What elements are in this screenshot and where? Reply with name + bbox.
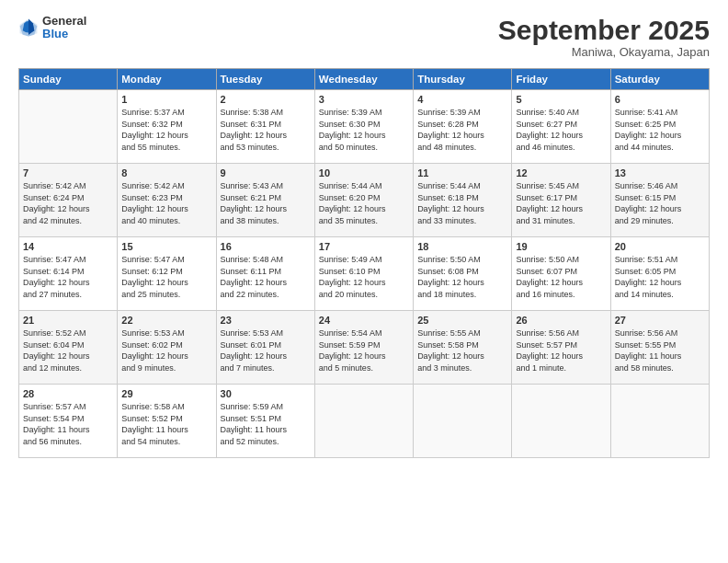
day-cell: 4Sunrise: 5:39 AM Sunset: 6:28 PM Daylig… <box>414 90 512 164</box>
day-info: Sunrise: 5:57 AM Sunset: 5:54 PM Dayligh… <box>23 401 113 447</box>
day-info: Sunrise: 5:38 AM Sunset: 6:31 PM Dayligh… <box>221 107 311 153</box>
day-number: 25 <box>417 315 507 326</box>
logo: General Blue <box>18 15 86 41</box>
day-number: 30 <box>221 388 311 399</box>
day-number: 14 <box>23 241 113 252</box>
day-cell: 20Sunrise: 5:51 AM Sunset: 6:05 PM Dayli… <box>610 237 709 311</box>
day-number: 16 <box>221 241 311 252</box>
day-info: Sunrise: 5:50 AM Sunset: 6:07 PM Dayligh… <box>516 254 606 300</box>
day-cell: 22Sunrise: 5:53 AM Sunset: 6:02 PM Dayli… <box>118 311 216 385</box>
day-cell: 1Sunrise: 5:37 AM Sunset: 6:32 PM Daylig… <box>118 90 216 164</box>
day-cell: 15Sunrise: 5:47 AM Sunset: 6:12 PM Dayli… <box>118 237 216 311</box>
day-info: Sunrise: 5:48 AM Sunset: 6:11 PM Dayligh… <box>221 254 311 300</box>
day-number: 5 <box>516 94 606 105</box>
day-number: 12 <box>516 167 606 178</box>
day-info: Sunrise: 5:46 AM Sunset: 6:15 PM Dayligh… <box>615 180 705 226</box>
day-cell: 6Sunrise: 5:41 AM Sunset: 6:25 PM Daylig… <box>610 90 709 164</box>
day-cell: 28Sunrise: 5:57 AM Sunset: 5:54 PM Dayli… <box>19 385 118 458</box>
day-info: Sunrise: 5:47 AM Sunset: 6:12 PM Dayligh… <box>121 254 211 300</box>
header-cell-saturday: Saturday <box>610 69 709 90</box>
week-row-5: 28Sunrise: 5:57 AM Sunset: 5:54 PM Dayli… <box>19 385 710 458</box>
week-row-1: 1Sunrise: 5:37 AM Sunset: 6:32 PM Daylig… <box>19 90 710 164</box>
day-cell: 19Sunrise: 5:50 AM Sunset: 6:07 PM Dayli… <box>512 237 610 311</box>
day-number: 28 <box>23 388 113 399</box>
day-info: Sunrise: 5:40 AM Sunset: 6:27 PM Dayligh… <box>516 107 606 153</box>
day-cell: 29Sunrise: 5:58 AM Sunset: 5:52 PM Dayli… <box>118 385 216 458</box>
week-row-4: 21Sunrise: 5:52 AM Sunset: 6:04 PM Dayli… <box>19 311 710 385</box>
day-info: Sunrise: 5:56 AM Sunset: 5:55 PM Dayligh… <box>615 327 705 373</box>
day-cell <box>314 385 413 458</box>
calendar-table: SundayMondayTuesdayWednesdayThursdayFrid… <box>18 68 710 458</box>
day-cell <box>414 385 512 458</box>
day-number: 19 <box>516 241 606 252</box>
logo-icon <box>18 17 39 38</box>
day-number: 6 <box>615 94 705 105</box>
day-number: 11 <box>417 167 507 178</box>
day-info: Sunrise: 5:43 AM Sunset: 6:21 PM Dayligh… <box>221 180 311 226</box>
day-info: Sunrise: 5:45 AM Sunset: 6:17 PM Dayligh… <box>516 180 606 226</box>
location: Maniwa, Okayama, Japan <box>498 45 710 59</box>
day-number: 27 <box>615 315 705 326</box>
day-info: Sunrise: 5:44 AM Sunset: 6:18 PM Dayligh… <box>417 180 507 226</box>
day-cell: 23Sunrise: 5:53 AM Sunset: 6:01 PM Dayli… <box>216 311 314 385</box>
day-info: Sunrise: 5:39 AM Sunset: 6:28 PM Dayligh… <box>417 107 507 153</box>
header-cell-friday: Friday <box>512 69 610 90</box>
day-cell <box>19 90 118 164</box>
day-cell: 18Sunrise: 5:50 AM Sunset: 6:08 PM Dayli… <box>414 237 512 311</box>
week-row-3: 14Sunrise: 5:47 AM Sunset: 6:14 PM Dayli… <box>19 237 710 311</box>
logo-general: General <box>42 15 86 28</box>
day-number: 8 <box>121 167 211 178</box>
day-info: Sunrise: 5:44 AM Sunset: 6:20 PM Dayligh… <box>319 180 409 226</box>
day-cell: 10Sunrise: 5:44 AM Sunset: 6:20 PM Dayli… <box>314 164 413 237</box>
day-cell: 27Sunrise: 5:56 AM Sunset: 5:55 PM Dayli… <box>610 311 709 385</box>
day-cell <box>610 385 709 458</box>
day-info: Sunrise: 5:58 AM Sunset: 5:52 PM Dayligh… <box>121 401 211 447</box>
day-info: Sunrise: 5:42 AM Sunset: 6:23 PM Dayligh… <box>121 180 211 226</box>
day-cell: 26Sunrise: 5:56 AM Sunset: 5:57 PM Dayli… <box>512 311 610 385</box>
day-number: 1 <box>121 94 211 105</box>
day-info: Sunrise: 5:42 AM Sunset: 6:24 PM Dayligh… <box>23 180 113 226</box>
day-cell: 21Sunrise: 5:52 AM Sunset: 6:04 PM Dayli… <box>19 311 118 385</box>
logo-blue: Blue <box>42 28 86 40</box>
day-number: 4 <box>417 94 507 105</box>
day-info: Sunrise: 5:37 AM Sunset: 6:32 PM Dayligh… <box>121 107 211 153</box>
week-row-2: 7Sunrise: 5:42 AM Sunset: 6:24 PM Daylig… <box>19 164 710 237</box>
page: General Blue September 2025 Maniwa, Okay… <box>0 0 728 563</box>
day-cell: 13Sunrise: 5:46 AM Sunset: 6:15 PM Dayli… <box>610 164 709 237</box>
day-number: 9 <box>221 167 311 178</box>
header-cell-tuesday: Tuesday <box>216 69 314 90</box>
header-cell-sunday: Sunday <box>19 69 118 90</box>
header: General Blue September 2025 Maniwa, Okay… <box>18 15 710 59</box>
day-info: Sunrise: 5:49 AM Sunset: 6:10 PM Dayligh… <box>319 254 409 300</box>
day-number: 18 <box>417 241 507 252</box>
day-cell: 11Sunrise: 5:44 AM Sunset: 6:18 PM Dayli… <box>414 164 512 237</box>
title-block: September 2025 Maniwa, Okayama, Japan <box>498 15 710 59</box>
header-cell-wednesday: Wednesday <box>314 69 413 90</box>
day-info: Sunrise: 5:47 AM Sunset: 6:14 PM Dayligh… <box>23 254 113 300</box>
header-row: SundayMondayTuesdayWednesdayThursdayFrid… <box>19 69 710 90</box>
day-info: Sunrise: 5:53 AM Sunset: 6:01 PM Dayligh… <box>221 327 311 373</box>
day-cell: 16Sunrise: 5:48 AM Sunset: 6:11 PM Dayli… <box>216 237 314 311</box>
month-title: September 2025 <box>498 15 710 45</box>
day-number: 17 <box>319 241 409 252</box>
day-cell: 12Sunrise: 5:45 AM Sunset: 6:17 PM Dayli… <box>512 164 610 237</box>
day-info: Sunrise: 5:59 AM Sunset: 5:51 PM Dayligh… <box>221 401 311 447</box>
day-number: 2 <box>221 94 311 105</box>
day-number: 10 <box>319 167 409 178</box>
day-cell: 24Sunrise: 5:54 AM Sunset: 5:59 PM Dayli… <box>314 311 413 385</box>
day-cell <box>512 385 610 458</box>
day-cell: 25Sunrise: 5:55 AM Sunset: 5:58 PM Dayli… <box>414 311 512 385</box>
day-cell: 7Sunrise: 5:42 AM Sunset: 6:24 PM Daylig… <box>19 164 118 237</box>
day-cell: 3Sunrise: 5:39 AM Sunset: 6:30 PM Daylig… <box>314 90 413 164</box>
day-info: Sunrise: 5:55 AM Sunset: 5:58 PM Dayligh… <box>417 327 507 373</box>
day-number: 20 <box>615 241 705 252</box>
day-number: 22 <box>121 315 211 326</box>
day-cell: 5Sunrise: 5:40 AM Sunset: 6:27 PM Daylig… <box>512 90 610 164</box>
day-cell: 30Sunrise: 5:59 AM Sunset: 5:51 PM Dayli… <box>216 385 314 458</box>
day-cell: 2Sunrise: 5:38 AM Sunset: 6:31 PM Daylig… <box>216 90 314 164</box>
day-info: Sunrise: 5:54 AM Sunset: 5:59 PM Dayligh… <box>319 327 409 373</box>
header-cell-thursday: Thursday <box>414 69 512 90</box>
day-number: 23 <box>221 315 311 326</box>
day-number: 29 <box>121 388 211 399</box>
day-number: 15 <box>121 241 211 252</box>
